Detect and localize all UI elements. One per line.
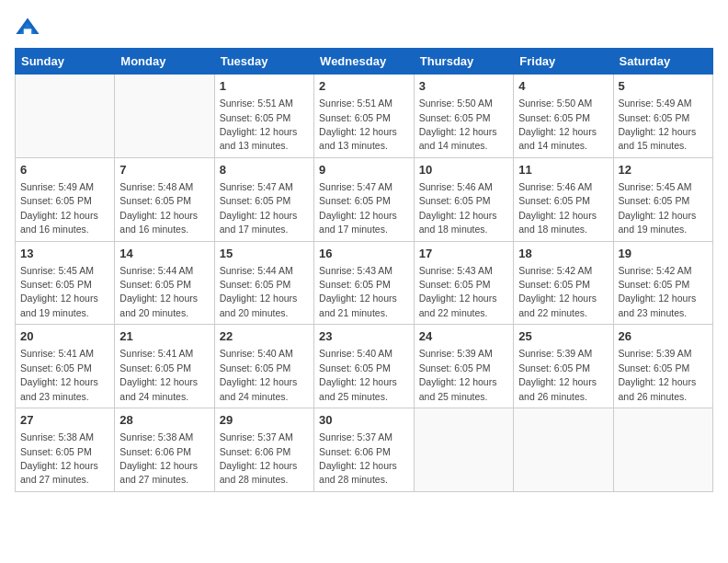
calendar-cell: 21 Sunrise: 5:41 AMSunset: 6:05 PMDaylig… xyxy=(115,325,214,408)
day-info: Sunrise: 5:43 AMSunset: 6:05 PMDaylight:… xyxy=(319,265,397,318)
day-number: 15 xyxy=(220,246,309,262)
day-info: Sunrise: 5:50 AMSunset: 6:05 PMDaylight:… xyxy=(419,98,497,151)
day-info: Sunrise: 5:45 AMSunset: 6:05 PMDaylight:… xyxy=(619,181,697,235)
calendar-cell: 24 Sunrise: 5:39 AMSunset: 6:05 PMDaylig… xyxy=(414,325,513,408)
day-header-wednesday: Wednesday xyxy=(314,49,415,75)
day-number: 24 xyxy=(419,328,508,345)
day-info: Sunrise: 5:49 AMSunset: 6:05 PMDaylight:… xyxy=(619,98,697,151)
day-info: Sunrise: 5:40 AMSunset: 6:05 PMDaylight:… xyxy=(319,348,397,401)
day-number: 29 xyxy=(220,412,309,429)
day-header-thursday: Thursday xyxy=(414,49,513,75)
day-number: 6 xyxy=(20,162,109,178)
day-header-saturday: Saturday xyxy=(613,49,713,75)
day-header-sunday: Sunday xyxy=(16,49,115,75)
day-info: Sunrise: 5:37 AMSunset: 6:06 PMDaylight:… xyxy=(319,431,397,485)
day-number: 9 xyxy=(319,162,409,178)
day-number: 13 xyxy=(20,246,109,262)
calendar-cell: 3 Sunrise: 5:50 AMSunset: 6:05 PMDayligh… xyxy=(414,75,513,158)
calendar-cell: 17 Sunrise: 5:43 AMSunset: 6:05 PMDaylig… xyxy=(414,241,513,325)
week-row-2: 6 Sunrise: 5:49 AMSunset: 6:05 PMDayligh… xyxy=(16,157,713,241)
day-number: 3 xyxy=(419,78,508,95)
day-number: 12 xyxy=(619,162,709,178)
day-number: 1 xyxy=(220,78,309,95)
calendar-cell: 25 Sunrise: 5:39 AMSunset: 6:05 PMDaylig… xyxy=(514,325,613,408)
calendar-cell: 14 Sunrise: 5:44 AMSunset: 6:05 PMDaylig… xyxy=(115,241,214,325)
day-info: Sunrise: 5:37 AMSunset: 6:06 PMDaylight:… xyxy=(220,431,298,485)
calendar-cell: 5 Sunrise: 5:49 AMSunset: 6:05 PMDayligh… xyxy=(613,75,713,158)
calendar-cell xyxy=(414,408,513,492)
week-row-1: 1 Sunrise: 5:51 AMSunset: 6:05 PMDayligh… xyxy=(16,75,713,158)
calendar-cell: 16 Sunrise: 5:43 AMSunset: 6:05 PMDaylig… xyxy=(314,241,415,325)
calendar-cell xyxy=(115,75,214,158)
week-row-4: 20 Sunrise: 5:41 AMSunset: 6:05 PMDaylig… xyxy=(16,325,713,408)
day-info: Sunrise: 5:43 AMSunset: 6:05 PMDaylight:… xyxy=(419,265,497,318)
calendar-cell xyxy=(613,408,713,492)
day-header-friday: Friday xyxy=(514,49,613,75)
day-info: Sunrise: 5:39 AMSunset: 6:05 PMDaylight:… xyxy=(518,348,597,401)
calendar-cell: 18 Sunrise: 5:42 AMSunset: 6:05 PMDaylig… xyxy=(514,241,613,325)
day-info: Sunrise: 5:42 AMSunset: 6:05 PMDaylight:… xyxy=(619,265,697,318)
day-number: 19 xyxy=(619,246,709,262)
day-number: 11 xyxy=(518,162,608,178)
page-header xyxy=(15,15,713,40)
calendar-cell: 11 Sunrise: 5:46 AMSunset: 6:05 PMDaylig… xyxy=(514,157,613,241)
calendar-cell: 22 Sunrise: 5:40 AMSunset: 6:05 PMDaylig… xyxy=(214,325,313,408)
calendar-cell: 13 Sunrise: 5:45 AMSunset: 6:05 PMDaylig… xyxy=(16,241,115,325)
day-number: 26 xyxy=(619,328,709,345)
calendar-cell: 28 Sunrise: 5:38 AMSunset: 6:06 PMDaylig… xyxy=(115,408,214,492)
day-info: Sunrise: 5:38 AMSunset: 6:05 PMDaylight:… xyxy=(20,431,98,485)
calendar-table: SundayMondayTuesdayWednesdayThursdayFrid… xyxy=(15,48,713,492)
day-info: Sunrise: 5:46 AMSunset: 6:05 PMDaylight:… xyxy=(419,181,497,235)
day-info: Sunrise: 5:38 AMSunset: 6:06 PMDaylight:… xyxy=(119,431,198,485)
day-number: 18 xyxy=(518,246,608,262)
day-info: Sunrise: 5:48 AMSunset: 6:05 PMDaylight:… xyxy=(119,181,198,235)
calendar-cell: 15 Sunrise: 5:44 AMSunset: 6:05 PMDaylig… xyxy=(214,241,313,325)
days-header-row: SundayMondayTuesdayWednesdayThursdayFrid… xyxy=(16,49,713,75)
day-number: 10 xyxy=(419,162,508,178)
day-number: 22 xyxy=(220,328,309,345)
day-info: Sunrise: 5:41 AMSunset: 6:05 PMDaylight:… xyxy=(20,348,98,401)
week-row-3: 13 Sunrise: 5:45 AMSunset: 6:05 PMDaylig… xyxy=(16,241,713,325)
calendar-cell: 20 Sunrise: 5:41 AMSunset: 6:05 PMDaylig… xyxy=(16,325,115,408)
day-info: Sunrise: 5:45 AMSunset: 6:05 PMDaylight:… xyxy=(20,265,98,318)
day-info: Sunrise: 5:42 AMSunset: 6:05 PMDaylight:… xyxy=(518,265,597,318)
day-header-tuesday: Tuesday xyxy=(214,49,313,75)
day-info: Sunrise: 5:39 AMSunset: 6:05 PMDaylight:… xyxy=(619,348,697,401)
day-info: Sunrise: 5:46 AMSunset: 6:05 PMDaylight:… xyxy=(518,181,597,235)
day-info: Sunrise: 5:49 AMSunset: 6:05 PMDaylight:… xyxy=(20,181,98,235)
day-number: 4 xyxy=(518,78,608,95)
day-number: 21 xyxy=(119,328,209,345)
svg-rect-2 xyxy=(24,29,31,34)
day-info: Sunrise: 5:50 AMSunset: 6:05 PMDaylight:… xyxy=(518,98,597,151)
calendar-cell: 1 Sunrise: 5:51 AMSunset: 6:05 PMDayligh… xyxy=(214,75,313,158)
day-number: 8 xyxy=(220,162,309,178)
day-info: Sunrise: 5:39 AMSunset: 6:05 PMDaylight:… xyxy=(419,348,497,401)
calendar-cell xyxy=(514,408,613,492)
day-info: Sunrise: 5:51 AMSunset: 6:05 PMDaylight:… xyxy=(319,98,397,151)
day-info: Sunrise: 5:44 AMSunset: 6:05 PMDaylight:… xyxy=(119,265,198,318)
calendar-cell: 8 Sunrise: 5:47 AMSunset: 6:05 PMDayligh… xyxy=(214,157,313,241)
day-info: Sunrise: 5:41 AMSunset: 6:05 PMDaylight:… xyxy=(119,348,198,401)
calendar-cell: 23 Sunrise: 5:40 AMSunset: 6:05 PMDaylig… xyxy=(314,325,415,408)
calendar-cell: 19 Sunrise: 5:42 AMSunset: 6:05 PMDaylig… xyxy=(613,241,713,325)
day-info: Sunrise: 5:44 AMSunset: 6:05 PMDaylight:… xyxy=(220,265,298,318)
week-row-5: 27 Sunrise: 5:38 AMSunset: 6:05 PMDaylig… xyxy=(16,408,713,492)
calendar-cell: 6 Sunrise: 5:49 AMSunset: 6:05 PMDayligh… xyxy=(16,157,115,241)
logo-icon xyxy=(15,15,40,40)
day-number: 14 xyxy=(119,246,209,262)
day-number: 16 xyxy=(319,246,409,262)
day-header-monday: Monday xyxy=(115,49,214,75)
day-number: 5 xyxy=(619,78,709,95)
day-number: 20 xyxy=(20,328,109,345)
calendar-cell: 4 Sunrise: 5:50 AMSunset: 6:05 PMDayligh… xyxy=(514,75,613,158)
day-number: 30 xyxy=(319,412,409,429)
calendar-cell: 9 Sunrise: 5:47 AMSunset: 6:05 PMDayligh… xyxy=(314,157,415,241)
calendar-cell: 10 Sunrise: 5:46 AMSunset: 6:05 PMDaylig… xyxy=(414,157,513,241)
day-number: 2 xyxy=(319,78,409,95)
calendar-cell: 27 Sunrise: 5:38 AMSunset: 6:05 PMDaylig… xyxy=(16,408,115,492)
day-info: Sunrise: 5:40 AMSunset: 6:05 PMDaylight:… xyxy=(220,348,298,401)
day-info: Sunrise: 5:47 AMSunset: 6:05 PMDaylight:… xyxy=(220,181,298,235)
logo xyxy=(15,15,44,40)
calendar-cell: 29 Sunrise: 5:37 AMSunset: 6:06 PMDaylig… xyxy=(214,408,313,492)
calendar-cell: 26 Sunrise: 5:39 AMSunset: 6:05 PMDaylig… xyxy=(613,325,713,408)
